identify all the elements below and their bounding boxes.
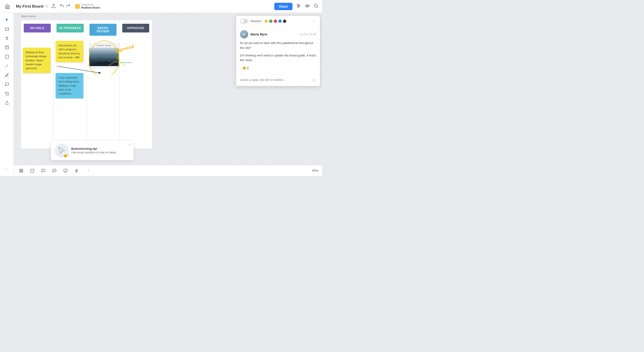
board-title-text: My First Board <box>16 4 43 9</box>
svg-point-17 <box>89 41 119 75</box>
reply-emoji-button[interactable]: ☺ <box>312 77 316 82</box>
sidebar: ··· <box>0 13 14 176</box>
comment-reply-area: ☺ <box>240 74 316 82</box>
comment-body: M Maria Myre 11 Dec 22:19 So do we want … <box>236 26 320 86</box>
collapse-button[interactable]: 《 <box>86 169 89 173</box>
svg-rect-24 <box>31 169 34 172</box>
resolve-toggle[interactable] <box>240 19 248 23</box>
reply-input[interactable] <box>240 78 310 82</box>
board-frame: New frame ON HOLD Waiting on final homep… <box>21 20 152 149</box>
comment-text-1: So do we want to stick with this palette… <box>240 41 316 50</box>
zoom-level: 85% <box>312 169 318 172</box>
tip-content: Brainstorming tip! Use emoji reactions t… <box>71 147 130 154</box>
frame-bottom-tool[interactable] <box>28 167 36 175</box>
settings-icon[interactable] <box>296 3 301 9</box>
sticky-note-tool[interactable] <box>3 43 11 52</box>
column-on-hold: ON HOLD Waiting on final homepage design… <box>21 20 54 149</box>
comment-text-2: (I'm thinking we'll need to update the b… <box>240 53 316 63</box>
tip-avatar: 😊2 <box>55 144 68 157</box>
comment-panel-header: Resolve ··· <box>236 16 320 26</box>
user-avatar: M <box>240 30 248 38</box>
frame-tool[interactable] <box>3 25 11 33</box>
comment-bottom-tool[interactable] <box>40 167 47 175</box>
svg-line-8 <box>317 7 318 7</box>
svg-point-6 <box>298 6 298 7</box>
upload-tool[interactable] <box>3 99 11 107</box>
color-dot-black[interactable] <box>283 19 286 23</box>
tip-popup: 😊2 Brainstorming tip! Use emoji reaction… <box>51 141 134 160</box>
powered-by-text: Powered by Realtime Board <box>81 3 100 9</box>
realtime-board-logo <box>75 4 80 9</box>
comment-username: Maria Myre <box>250 32 298 36</box>
svg-rect-14 <box>5 55 8 58</box>
line-tool[interactable] <box>3 62 11 70</box>
sticky-note-2[interactable]: Interactions are still in progress, shou… <box>56 41 83 62</box>
comment-panel: Resolve ··· M Maria Myre 11 Dec 22:19 So… <box>236 16 320 86</box>
color-dots <box>264 19 286 23</box>
sticky-note-1[interactable]: Waiting on final homepage design iterati… <box>23 48 50 73</box>
education-icon[interactable] <box>305 3 310 9</box>
crop-tool[interactable] <box>3 89 11 98</box>
redo-button[interactable] <box>66 3 70 9</box>
bottom-toolbar: 《 85% <box>14 165 322 176</box>
export-button[interactable] <box>51 4 56 9</box>
col-header-in-progress: IN PROGRESS <box>56 24 84 32</box>
home-button[interactable] <box>4 3 11 10</box>
svg-rect-23 <box>22 171 23 172</box>
color-dot-blue[interactable] <box>278 19 282 23</box>
column-approved: APPROVED Approved :) <box>120 20 152 149</box>
svg-rect-9 <box>5 28 8 31</box>
sticky-note-3[interactable]: Copy requested from writing team. Waitin… <box>56 73 83 98</box>
share-screen-tool[interactable] <box>62 167 69 175</box>
svg-line-15 <box>6 65 8 67</box>
kanban-board: ON HOLD Waiting on final homepage design… <box>21 20 152 149</box>
svg-rect-20 <box>20 169 21 170</box>
pen-tool[interactable] <box>3 71 11 79</box>
color-dot-yellow[interactable] <box>264 19 268 23</box>
color-dot-green[interactable] <box>269 19 272 23</box>
tip-close-button[interactable]: × <box>129 143 131 147</box>
cursor-tool[interactable] <box>3 16 11 24</box>
chat-bottom-tool[interactable] <box>51 167 58 175</box>
tip-text: Use emoji reactions to vote on ideas <box>71 151 130 154</box>
undo-button[interactable] <box>60 3 64 9</box>
powered-by-badge: Powered by Realtime Board <box>75 3 100 9</box>
board-title-container: My First Board ☆ <box>16 4 48 9</box>
svg-rect-12 <box>5 46 8 49</box>
svg-point-5 <box>299 5 300 6</box>
share-button[interactable]: Share <box>274 3 292 10</box>
power-tool[interactable] <box>73 167 80 175</box>
header-icons <box>296 3 318 9</box>
comment-user-row: M Maria Myre 11 Dec 22:19 <box>240 30 316 38</box>
star-button[interactable]: ☆ <box>45 4 48 8</box>
svg-rect-26 <box>64 169 67 172</box>
frame-label: New frame <box>21 14 36 18</box>
svg-rect-21 <box>22 169 23 170</box>
resolve-label: Resolve <box>250 19 261 23</box>
text-tool[interactable] <box>3 34 11 42</box>
tip-badge: 😊2 <box>63 153 69 158</box>
grid-tool[interactable] <box>18 167 25 175</box>
header: My First Board ☆ Powered by Realtime Boa… <box>0 0 322 13</box>
more-tools[interactable]: ··· <box>3 165 11 173</box>
rectangle-tool[interactable] <box>3 52 11 61</box>
emoji-reaction[interactable]: 😊 1 <box>240 65 251 71</box>
column-needs-review: NEEDS REVIEW Header Image <box>87 20 120 149</box>
undo-redo-group <box>60 3 70 9</box>
color-dot-red[interactable] <box>274 19 277 23</box>
tip-title: Brainstorming tip! <box>71 147 130 151</box>
search-icon[interactable] <box>314 3 318 9</box>
col-header-approved: APPROVED <box>122 24 149 32</box>
svg-point-7 <box>314 4 318 7</box>
svg-point-4 <box>297 4 298 5</box>
svg-rect-22 <box>20 171 21 172</box>
comment-timestamp: 11 Dec 22:19 <box>300 33 316 36</box>
comment-meta: Maria Myre <box>250 32 298 36</box>
col-header-on-hold: ON HOLD <box>24 24 51 32</box>
comment-tool[interactable] <box>3 80 11 88</box>
column-in-progress: IN PROGRESS Interactions are still in pr… <box>54 20 86 149</box>
comment-more-button[interactable]: ··· <box>312 19 316 23</box>
